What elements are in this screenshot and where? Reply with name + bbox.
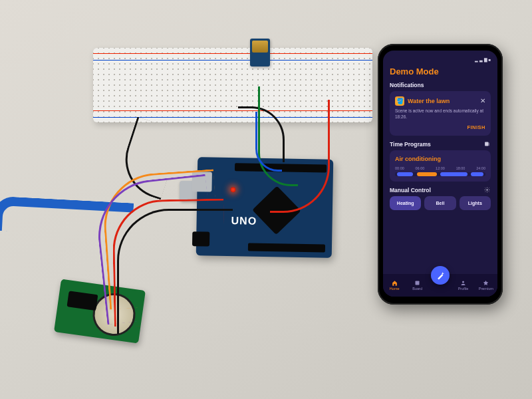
- tick-label: 18:00: [456, 166, 466, 170]
- bluetooth-module: [250, 39, 270, 66]
- edit-programs-icon[interactable]: [484, 141, 491, 148]
- app-screen[interactable]: ▂ ▃ ▇ ■ Demo Mode Notifications 🪣 Water …: [383, 51, 497, 297]
- nav-label: Premium: [479, 287, 493, 291]
- phone-status-bar: ▂ ▃ ▇ ■: [390, 57, 491, 63]
- svg-point-3: [462, 281, 464, 283]
- section-header-time-programs: Time Programs: [390, 141, 491, 148]
- bottom-nav: Home Board Profile Premium: [383, 274, 497, 297]
- home-icon: [392, 280, 398, 286]
- timeline-segment: [397, 172, 413, 176]
- tick-label: 12:00: [436, 166, 445, 170]
- breadboard: [93, 48, 372, 122]
- profile-icon: [460, 280, 466, 286]
- section-title: Manual Control: [390, 187, 431, 194]
- arduino-power-led: [230, 187, 235, 192]
- gear-icon[interactable]: [484, 187, 491, 194]
- magic-wand-icon: [436, 271, 445, 280]
- tab-bell[interactable]: Bell: [424, 196, 456, 210]
- nav-board[interactable]: Board: [406, 274, 428, 297]
- arduino-board-label: UNO: [231, 215, 257, 227]
- svg-rect-2: [416, 281, 420, 285]
- tick-label: 24:00: [476, 166, 485, 170]
- manual-control-tabs: Heating Bell Lights: [390, 196, 491, 210]
- page-title: Demo Mode: [390, 66, 491, 76]
- tab-lights[interactable]: Lights: [460, 196, 491, 210]
- nav-label: Profile: [458, 287, 469, 291]
- arduino-header-bottom: [248, 243, 325, 253]
- notification-card[interactable]: 🪣 Water the lawn ✕ Scene is active now a…: [390, 91, 491, 136]
- nav-premium[interactable]: Premium: [475, 274, 497, 297]
- nav-label: Home: [390, 287, 400, 291]
- nav-fab-button[interactable]: [431, 266, 450, 285]
- time-program-card[interactable]: Air conditioning 00:00 06:00 12:00 18:00…: [390, 150, 491, 182]
- smartphone: ▂ ▃ ▇ ■ Demo Mode Notifications 🪣 Water …: [378, 44, 503, 305]
- svg-rect-0: [485, 142, 488, 146]
- timeline-ticks: 00:00 06:00 12:00 18:00 24:00: [395, 166, 485, 170]
- section-title: Time Programs: [390, 141, 431, 148]
- timeline-bar[interactable]: [395, 172, 485, 176]
- tab-heating[interactable]: Heating: [390, 196, 421, 210]
- timeline-segment: [440, 172, 467, 176]
- timeline-segment: [471, 172, 483, 176]
- section-header-manual-control: Manual Control: [390, 187, 491, 194]
- svg-point-1: [486, 189, 487, 190]
- nav-home[interactable]: Home: [383, 274, 406, 297]
- watering-icon: 🪣: [395, 96, 404, 106]
- section-title: Notifications: [390, 82, 424, 88]
- timeline-segment-active: [417, 172, 437, 176]
- program-title: Air conditioning: [395, 156, 485, 162]
- nav-profile[interactable]: Profile: [452, 274, 474, 297]
- premium-icon: [483, 280, 489, 286]
- notification-description: Scene is active now and ends automatical…: [395, 108, 485, 120]
- finish-button[interactable]: FINISH: [395, 124, 485, 130]
- nav-label: Board: [412, 287, 422, 291]
- close-icon[interactable]: ✕: [480, 98, 485, 104]
- board-icon: [414, 280, 420, 286]
- section-header-notifications: Notifications: [390, 82, 491, 88]
- tick-label: 06:00: [416, 166, 425, 170]
- notification-title: Water the lawn: [408, 98, 477, 104]
- tick-label: 00:00: [395, 166, 404, 170]
- jumper-wire-black: [117, 209, 233, 334]
